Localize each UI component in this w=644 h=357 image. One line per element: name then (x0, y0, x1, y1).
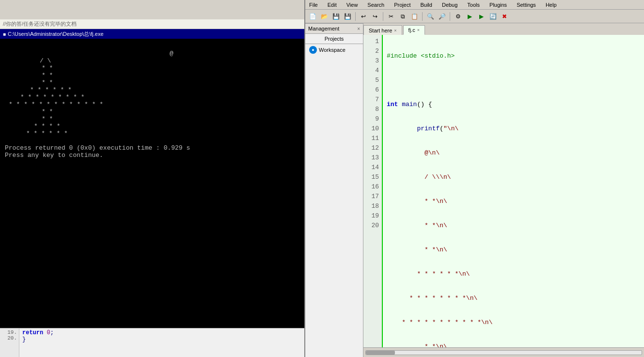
management-close-button[interactable]: × (357, 26, 360, 31)
code-line-12: * * * * * * * * * * *\n\ (387, 318, 640, 327)
code-line-7: * *\n\ (387, 197, 640, 206)
workspace-item[interactable]: ● Workspace (305, 44, 363, 56)
terminal-line-3: / \ (5, 57, 299, 64)
find-button[interactable]: 🔍 (425, 11, 436, 22)
bottom-code-text: return 0; } (19, 328, 57, 357)
menu-plugins[interactable]: Plugins (487, 1, 509, 8)
redo-button[interactable]: ↪ (370, 11, 380, 22)
tab-bar: Start here × fj.c × (363, 23, 644, 35)
line-num-15: 15 (363, 172, 382, 182)
terminal-line-8: * * * * * * * * * (5, 93, 299, 101)
menu-help[interactable]: Help (544, 1, 559, 8)
new-file-button[interactable]: 📄 (307, 11, 318, 22)
tab-fj-c[interactable]: fj.c × (403, 25, 425, 35)
terminal-line-6: * * (5, 79, 299, 86)
undo-button[interactable]: ↩ (358, 11, 369, 22)
line-num-8: 8 (363, 105, 382, 114)
management-panel: Management × Projects ● Workspace (305, 23, 363, 357)
code-line-10: * * * * * *\n\ (387, 269, 640, 279)
save-all-button[interactable]: 💾 (342, 11, 353, 22)
horizontal-scrollbar[interactable] (363, 347, 644, 357)
terminal-window: @ / \ * * * * * * * * * * * * * * * * * … (0, 39, 304, 349)
menu-search[interactable]: Search (365, 1, 386, 8)
terminal-line-1 (5, 43, 299, 50)
menu-file[interactable]: File (307, 1, 320, 8)
scroll-thumb[interactable] (366, 351, 395, 355)
tab-start-here-close[interactable]: × (394, 28, 396, 33)
save-button[interactable]: 💾 (330, 11, 341, 22)
toolbar: 📄 📂 💾 💾 ↩ ↪ ✂ ⧉ 📋 🔍 🔎 ⚙ ▶ ▶ 🔄 ✖ (305, 10, 644, 23)
line-num-17: 17 (363, 192, 382, 202)
menu-project[interactable]: Project (392, 1, 412, 8)
terminal-line-11: * * (5, 115, 299, 123)
line-num-16: 16 (363, 182, 382, 192)
menu-tools[interactable]: Tools (465, 1, 482, 8)
rebuild-button[interactable]: 🔄 (487, 11, 498, 22)
tab-fj-c-close[interactable]: × (417, 28, 420, 32)
terminal-line-blank (5, 137, 299, 144)
bottom-code-line-1: return 0; (22, 329, 54, 336)
bottom-line-num-20: 20. (2, 335, 17, 341)
tab-start-here-label: Start here (369, 28, 392, 33)
menu-bar: File Edit View Search Project Build Debu… (305, 0, 644, 10)
toolbar-separator-3 (422, 12, 423, 21)
line-num-1: 1 (363, 37, 382, 47)
code-line-8: * *\n\ (387, 221, 640, 231)
line-num-11: 11 (363, 134, 382, 143)
menu-debug[interactable]: Debug (440, 1, 459, 8)
replace-button[interactable]: 🔎 (437, 11, 447, 22)
bottom-code-line-2: } (22, 336, 54, 343)
code-editor[interactable]: 1 2 3 4 5 6 7 8 9 10 11 12 13 14 15 16 1… (363, 35, 644, 347)
terminal-titlebar: ■ C:\Users\Administrator\Desktop\总\fj.ex… (0, 29, 304, 39)
line-num-10: 10 (363, 124, 382, 134)
code-line-5: @\n\ (387, 148, 640, 158)
line-num-3: 3 (363, 56, 382, 66)
menu-settings[interactable]: Settings (515, 1, 538, 8)
terminal-title: C:\Users\Administrator\Desktop\总\fj.exe (8, 31, 103, 38)
terminal-line-5: * * (5, 72, 299, 79)
toolbar-separator-2 (383, 12, 383, 21)
terminal-press-key: Press any key to continue. (5, 152, 299, 159)
code-line-4: printf("\n\ (387, 124, 640, 134)
code-line-6: / \\\n\ (387, 172, 640, 182)
projects-tab[interactable]: Projects (305, 34, 363, 44)
stop-button[interactable]: ✖ (499, 11, 510, 22)
settings-button[interactable]: ⚙ (453, 11, 463, 22)
tab-start-here[interactable]: Start here × (363, 25, 402, 35)
line-num-19: 19 (363, 211, 382, 221)
workspace-icon: ● (309, 46, 317, 54)
info-text: //你的答/任务还没有完毕的文档 (3, 20, 77, 28)
run-button[interactable]: ▶ (464, 11, 475, 22)
open-button[interactable]: 📂 (319, 11, 330, 22)
code-line-11: * * * * * * * *\n\ (387, 294, 640, 303)
cut-button[interactable]: ✂ (386, 11, 396, 22)
top-info-bar: //你的答/任务还没有完毕的文档 (0, 19, 304, 29)
scroll-track[interactable] (365, 350, 642, 355)
management-header: Management × (305, 24, 363, 34)
debug-run-button[interactable]: ▶ (476, 11, 487, 22)
terminal-line-9: * * * * * * * * * * * * * (5, 101, 299, 108)
line-num-4: 4 (363, 66, 382, 76)
paste-button[interactable]: 📋 (409, 11, 420, 22)
menu-edit[interactable]: Edit (326, 1, 339, 8)
toolbar-separator-1 (355, 12, 356, 21)
line-num-14: 14 (363, 163, 382, 172)
menu-view[interactable]: View (345, 1, 360, 8)
code-line-2 (387, 76, 640, 85)
code-content[interactable]: #include <stdio.h> int main() { printf("… (383, 35, 644, 347)
line-num-7: 7 (363, 95, 382, 105)
terminal-line-2: @ (5, 50, 299, 57)
code-line-3: int main() { (387, 100, 640, 109)
toolbar-separator-4 (450, 12, 450, 21)
menu-build[interactable]: Build (418, 1, 434, 8)
line-num-12: 12 (363, 143, 382, 153)
bottom-line-num-19: 19. (2, 329, 17, 335)
line-num-2: 2 (363, 47, 382, 56)
terminal-line-13: * * * * * * (5, 130, 299, 137)
terminal-line-4: * * (5, 64, 299, 72)
line-num-6: 6 (363, 85, 382, 95)
bottom-code-line-numbers: 19. 20. (0, 328, 19, 357)
copy-button[interactable]: ⧉ (397, 11, 408, 22)
line-num-5: 5 (363, 76, 382, 85)
management-title: Management (308, 26, 339, 31)
